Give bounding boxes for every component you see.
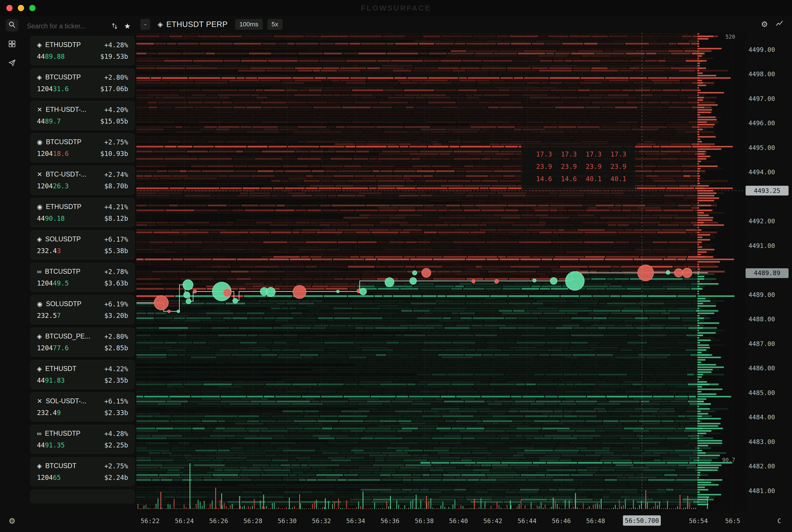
ticker-card[interactable]: ◈ BTCUSDT +2.75% 120465 $2.24b <box>31 457 135 486</box>
ticker-card-top-row: ◈ BTCUSDT +2.75% <box>37 462 128 470</box>
layout-grid-button[interactable] <box>7 40 17 50</box>
favorites-button[interactable]: ★ <box>124 22 131 30</box>
ticker-symbol: ETHUSDTP <box>45 41 81 49</box>
price-tick-label: 4483.00 <box>749 438 775 446</box>
axis-corner: C <box>745 511 792 532</box>
depth-scale-label: 520 <box>711 34 735 40</box>
collapse-pane-button[interactable]: - <box>140 19 150 30</box>
ticker-card[interactable]: ◈ SOLUSDTP +6.17% 232.43 $5.38b <box>31 230 135 260</box>
ticker-change: +2.80% <box>104 333 128 340</box>
ticker-card-top-row: ✕ ETH-USDT-... +4.20% <box>37 106 128 114</box>
ticker-card[interactable]: ✕ SOL-USDT-... +6.15% 232.49 $2.33b <box>31 393 135 421</box>
window-controls <box>0 5 36 11</box>
ticker-card[interactable]: ∞ ETHUSDTP +4.28% 4491.35 $2.25b <box>31 425 135 454</box>
interval-button[interactable]: 100ms <box>235 19 263 30</box>
ticker-card[interactable]: ◉ BTCUSDTP +2.75% 120418.6 $10.93b <box>31 133 135 162</box>
ticker-card[interactable]: ✕ BTC-USDT-... +2.74% 120426.3 $8.70b <box>31 166 135 195</box>
chart-settings-gear-icon[interactable]: ⚙ <box>761 20 768 29</box>
ticker-price: 120426.3 <box>37 182 69 190</box>
crosshair-price-label: 4493.25 <box>746 186 789 195</box>
icon-rail: ⚙ <box>0 16 24 532</box>
ticker-volume: $5.38b <box>104 247 128 254</box>
price-tick-label: 4499.00 <box>749 46 775 54</box>
close-window-button[interactable] <box>6 5 13 11</box>
ticker-price: 4489.88 <box>37 53 65 60</box>
time-tick-label: 56:26 <box>206 517 232 525</box>
ticker-change: +2.78% <box>104 268 128 276</box>
ticker-volume: $15.05b <box>100 117 128 125</box>
price-tick-label: 4496.00 <box>749 119 775 127</box>
flowsurface-app: FLOWSURFACE ⚙ <box>0 0 792 532</box>
gear-icon: ⚙ <box>8 516 16 526</box>
time-tick-label: 56:38 <box>411 517 437 525</box>
minimize-window-button[interactable] <box>18 5 24 11</box>
ticker-volume: $3.63b <box>104 280 128 287</box>
ticker-volume: $8.70b <box>104 182 128 190</box>
ticker-card[interactable]: ◉ ETHUSDTP +4.21% 4490.18 $8.12b <box>31 198 135 227</box>
ticker-symbol: ETHUSDTP <box>46 203 81 211</box>
settings-button[interactable]: ⚙ <box>7 516 17 526</box>
tooltip-value: 23.9 <box>580 163 602 170</box>
indicator-chart-icon[interactable] <box>775 20 784 29</box>
orderflow-tooltip: 17.317.317.317.323.923.923.923.914.614.6… <box>521 144 635 189</box>
ticker-symbol: BTC-USDT-... <box>45 171 86 178</box>
exchange-icon-binance: ◈ <box>37 236 42 243</box>
ticker-list: ◈ ETHUSDTP +4.28% 4489.88 $19.53b ◈ BTCU… <box>24 36 136 532</box>
price-tick-label: 4495.00 <box>749 144 775 152</box>
search-input[interactable] <box>27 22 105 30</box>
sort-button[interactable] <box>111 22 118 30</box>
ticker-card-bottom-row: 232.57 $3.20b <box>37 312 128 319</box>
ticker-card[interactable]: ∞ BTCUSDTP +2.78% 120449.5 $3.63b <box>31 263 135 292</box>
zoom-window-button[interactable] <box>29 5 36 11</box>
ticker-card-bottom-row: 4489.7 $15.05b <box>37 117 128 125</box>
time-tick-label: 56:36 <box>377 517 403 525</box>
ticker-card-top-row: ◉ BTCUSDTP +2.75% <box>37 138 128 146</box>
ticker-card[interactable]: ◈ BTCUSD_PE... +2.80% 120477.6 $2.85b <box>31 328 135 357</box>
exchange-icon-bybit: ◉ <box>37 204 42 210</box>
grid-icon <box>8 40 16 50</box>
ticker-card-bottom-row: 120431.6 $17.06b <box>37 85 128 93</box>
time-tick-label: 56:44 <box>514 517 540 525</box>
ticker-card-top-row: ◈ SOLUSDTP +6.17% <box>37 235 128 243</box>
ticker-card[interactable] <box>31 490 135 504</box>
symbol-selector[interactable]: ◈ ETHUSDT PERP <box>158 20 228 29</box>
ticker-card-bottom-row: 4489.88 $19.53b <box>37 53 128 60</box>
ticker-volume: $10.93b <box>100 150 128 157</box>
ticker-volume: $17.06b <box>100 85 128 93</box>
time-tick-label: 56:46 <box>548 517 574 525</box>
chart-panel: - ◈ ETHUSDT PERP 100ms 5x ⚙ 17.317.317.3… <box>136 16 792 532</box>
ticker-volume: $2.35b <box>104 377 128 384</box>
exchange-diamond-icon: ◈ <box>158 20 163 28</box>
heatmap-canvas[interactable] <box>136 33 745 511</box>
tooltip-value: 17.3 <box>530 151 552 158</box>
ticker-change: +4.22% <box>104 365 128 373</box>
ticker-change: +6.19% <box>104 300 128 308</box>
price-axis[interactable]: 4493.25 4489.89 4499.004498.004497.00449… <box>745 33 792 511</box>
ticker-card[interactable]: ✕ ETH-USDT-... +4.20% 4489.7 $15.05b <box>31 101 135 130</box>
price-tick-label: 4489.00 <box>749 291 775 299</box>
tooltip-value: 23.9 <box>530 163 552 170</box>
corner-c-label[interactable]: C <box>777 518 781 525</box>
ticker-card[interactable]: ◉ SOLUSDTP +6.19% 232.57 $3.20b <box>31 295 135 324</box>
search-button[interactable] <box>6 19 18 32</box>
send-panel-button[interactable] <box>7 58 17 69</box>
ticker-card-top-row: ◉ SOLUSDTP +6.19% <box>37 300 128 308</box>
ticker-sidebar: ★ ◈ ETHUSDTP +4.28% 4489.88 $19.53b ◈ BT… <box>24 16 136 532</box>
ticker-card[interactable]: ◈ ETHUSDTP +4.28% 4489.88 $19.53b <box>31 36 135 65</box>
tooltip-value: 17.3 <box>580 151 602 158</box>
time-tick-label: 56:30 <box>274 517 300 525</box>
crosshair-time-label: 56:50.700 <box>623 515 661 526</box>
ticker-volume: $2.24b <box>104 474 128 481</box>
last-price-label: 4489.89 <box>746 268 789 278</box>
price-tick-label: 4497.00 <box>749 95 775 102</box>
price-tick-label: 4488.00 <box>749 316 775 323</box>
ticker-card[interactable]: ◈ BTCUSDTP +2.80% 120431.6 $17.06b <box>31 69 135 97</box>
chart-toolbar: - ◈ ETHUSDT PERP 100ms 5x ⚙ <box>136 16 792 33</box>
multiplier-button[interactable]: 5x <box>267 19 283 30</box>
time-axis[interactable]: 56:50.700 56:2256:2456:2656:2856:3056:32… <box>136 511 745 532</box>
ticker-card[interactable]: ◈ ETHUSDT +4.22% 4491.83 $2.35b <box>31 360 135 389</box>
ticker-volume: $3.20b <box>104 312 128 319</box>
ticker-price: 232.57 <box>37 312 61 319</box>
ticker-card-top-row: ◉ ETHUSDTP +4.21% <box>37 203 128 211</box>
ticker-volume: $2.25b <box>104 441 128 449</box>
